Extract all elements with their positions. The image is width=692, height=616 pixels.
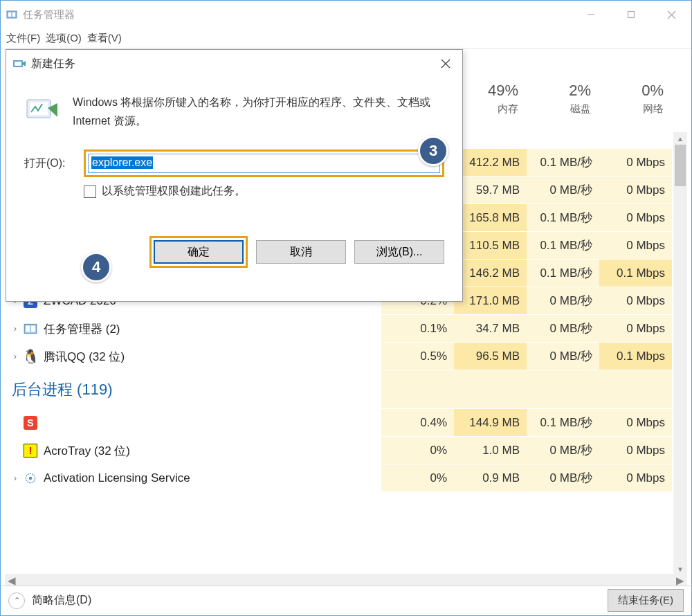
col-head-network[interactable]: 0% 网络 — [598, 80, 671, 122]
run-icon — [24, 93, 59, 127]
taskmgr-icon — [23, 321, 38, 336]
disk-label: 磁盘 — [525, 102, 591, 116]
svg-rect-4 — [628, 12, 635, 18]
menu-options[interactable]: 选项(O) — [46, 32, 82, 45]
minimize-button[interactable] — [571, 1, 611, 28]
svg-rect-1 — [8, 12, 11, 17]
browse-button[interactable]: 浏览(B)... — [354, 240, 444, 264]
open-input[interactable] — [88, 154, 440, 173]
chevron-right-icon[interactable]: › — [8, 324, 23, 334]
table-row-activation[interactable]: › Activation Licensing Service 0% 0.9 MB… — [8, 464, 672, 492]
column-headers: 49% 内存 2% 磁盘 0% 网络 — [453, 80, 671, 122]
dialog-titlebar[interactable]: 新建任务 — [6, 50, 462, 78]
table-row-qq[interactable]: › 🐧 腾讯QQ (32 位) 0.5% 96.5 MB 0 MB/秒 0.1 … — [8, 343, 672, 370]
menubar: 文件(F) 选项(O) 查看(V) — [1, 28, 691, 49]
scroll-up-icon[interactable]: ▲ — [673, 132, 687, 145]
svg-rect-12 — [31, 326, 35, 332]
col-head-memory[interactable]: 49% 内存 — [453, 80, 525, 122]
menu-file[interactable]: 文件(F) — [6, 32, 40, 45]
menu-view[interactable]: 查看(V) — [87, 32, 122, 45]
process-name: Activation Licensing Service — [42, 471, 381, 485]
end-task-button[interactable]: 结束任务(E) — [608, 589, 684, 612]
run-dialog-icon — [13, 59, 26, 69]
dialog-close-button[interactable] — [433, 53, 458, 74]
network-pct: 0% — [598, 82, 664, 100]
statusbar: ⌃ 简略信息(D) 结束任务(E) — [1, 586, 691, 615]
process-name: AcroTray (32 位) — [42, 443, 381, 459]
app-icon — [6, 9, 17, 20]
process-name: 任务管理器 (2) — [42, 321, 381, 337]
fewer-details-button[interactable]: 简略信息(D) — [32, 593, 608, 608]
scroll-thumb[interactable] — [675, 145, 686, 186]
section-label: 后台进程 (119) — [12, 379, 112, 400]
process-name: 腾讯QQ (32 位) — [42, 349, 381, 365]
acrotray-icon: ! — [23, 443, 38, 458]
admin-checkbox[interactable] — [84, 185, 96, 198]
chevron-right-icon[interactable]: › — [8, 352, 23, 361]
titlebar: 任务管理器 — [1, 1, 691, 28]
admin-checkbox-label: 以系统管理权限创建此任务。 — [102, 184, 246, 199]
svg-rect-16 — [15, 62, 21, 66]
chevron-right-icon[interactable]: › — [8, 473, 23, 483]
svg-rect-11 — [26, 326, 30, 332]
disk-pct: 2% — [525, 82, 591, 100]
table-row-taskmgr[interactable]: › 任务管理器 (2) 0.1% 34.7 MB 0 MB/秒 0 Mbps — [8, 315, 672, 343]
cancel-button[interactable]: 取消 — [256, 240, 346, 264]
close-button[interactable] — [651, 1, 691, 28]
table-row-acrotray[interactable]: ! AcroTray (32 位) 0% 1.0 MB 0 MB/秒 0 Mbp… — [8, 437, 672, 464]
svg-point-14 — [29, 477, 32, 480]
svg-rect-2 — [12, 12, 15, 17]
maximize-button[interactable] — [611, 1, 651, 28]
new-task-dialog: 新建任务 Windows 将根据你所键入的名称，为你打开相应的程序、文件夹、文档… — [6, 49, 463, 302]
table-row-sogou[interactable]: S 0.4% 144.9 MB 0.1 MB/秒 0 Mbps — [8, 409, 672, 437]
network-label: 网络 — [598, 102, 664, 116]
sogou-icon: S — [23, 415, 38, 431]
window-title: 任务管理器 — [23, 8, 571, 21]
dialog-description: Windows 将根据你所键入的名称，为你打开相应的程序、文件夹、文档或 Int… — [73, 93, 444, 130]
dialog-title: 新建任务 — [31, 57, 433, 71]
annotation-badge-3: 3 — [418, 136, 448, 166]
open-combobox[interactable]: explorer.exe ▾ — [84, 150, 444, 177]
service-icon — [23, 471, 38, 486]
vertical-scrollbar[interactable]: ▲ ▼ — [673, 132, 687, 575]
qq-icon: 🐧 — [23, 349, 38, 364]
collapse-icon[interactable]: ⌃ — [8, 592, 25, 609]
task-manager-window: 任务管理器 文件(F) 选项(O) 查看(V) 49% 内存 2% 磁盘 0% … — [0, 0, 692, 616]
open-label: 打开(O): — [24, 156, 84, 171]
col-head-disk[interactable]: 2% 磁盘 — [525, 80, 598, 122]
section-background: 后台进程 (119) — [8, 370, 672, 409]
ok-button[interactable]: 确定 — [154, 240, 244, 264]
annotation-badge-4: 4 — [81, 252, 111, 282]
